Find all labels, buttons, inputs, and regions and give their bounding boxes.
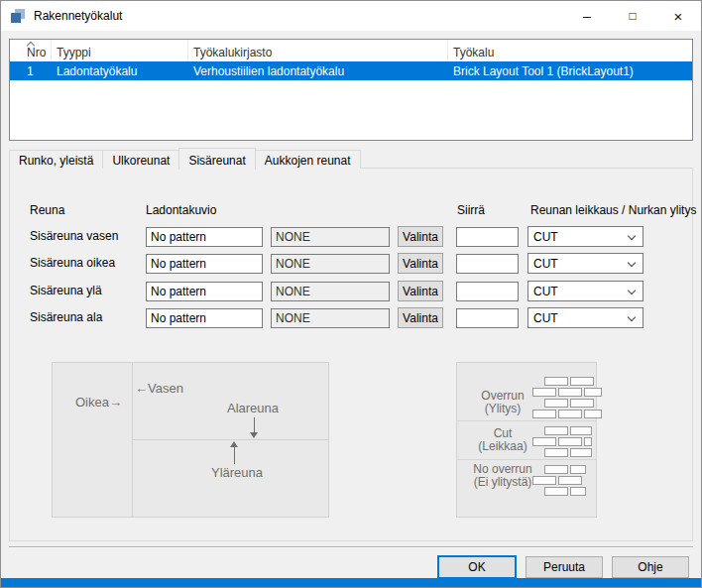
brick bbox=[570, 426, 592, 435]
up-arrow-icon bbox=[234, 447, 235, 464]
chevron-down-icon bbox=[628, 313, 636, 321]
app-icon bbox=[10, 8, 26, 24]
edge-row-label: Sisäreuna vasen bbox=[30, 226, 118, 247]
edge-label-ylareuna: Yläreuna bbox=[211, 465, 263, 480]
form-row-oikea: Sisäreuna oikea Valinta CUT bbox=[10, 253, 692, 275]
select-pattern-button[interactable]: Valinta bbox=[398, 253, 443, 274]
brick bbox=[544, 487, 568, 496]
edge-row-label: Sisäreuna ala bbox=[30, 307, 102, 328]
offset-input[interactable] bbox=[456, 254, 519, 274]
footer-separator bbox=[9, 546, 693, 548]
form-col-header-leikkaus: Reunan leikkaus / Nurkan ylitys bbox=[530, 203, 696, 217]
cut-dropdown[interactable]: CUT bbox=[527, 226, 644, 247]
tab-runko-yleista[interactable]: Runko, yleistä bbox=[9, 150, 103, 169]
brick bbox=[558, 388, 582, 397]
nooverrun-label-1: No overrun bbox=[457, 462, 548, 476]
brick bbox=[584, 388, 602, 397]
brick bbox=[570, 465, 586, 474]
cut-dropdown[interactable]: CUT bbox=[527, 281, 644, 301]
brick bbox=[558, 476, 582, 485]
brick bbox=[544, 465, 568, 474]
form-col-header-siirra: Siirrä bbox=[457, 203, 485, 217]
cut-dropdown-value: CUT bbox=[533, 257, 558, 271]
column-header-tyyppi[interactable]: Tyyppi bbox=[52, 40, 188, 61]
brick bbox=[532, 410, 556, 418]
cut-dropdown[interactable]: CUT bbox=[527, 253, 644, 274]
accent-strip bbox=[1, 578, 701, 587]
brick bbox=[558, 437, 582, 446]
cell-tyokalu: Brick Layout Tool 1 (BrickLayout1) bbox=[448, 64, 692, 78]
brick bbox=[544, 377, 568, 386]
offset-input[interactable] bbox=[456, 308, 519, 328]
down-arrow-icon bbox=[254, 417, 255, 433]
offset-input[interactable] bbox=[456, 227, 519, 247]
title-bar: Rakennetyökalut – □ × bbox=[1, 1, 701, 31]
brick bbox=[570, 448, 592, 457]
library-input[interactable] bbox=[271, 308, 390, 328]
edge-diagram: Oikea→ ←Vasen Alareuna Yläreuna bbox=[52, 362, 329, 518]
pattern-input[interactable] bbox=[146, 227, 263, 247]
tool-row[interactable]: 1 Ladontatyökalu Verhoustiilien ladontat… bbox=[10, 61, 692, 80]
cut-dropdown[interactable]: CUT bbox=[527, 307, 644, 328]
pattern-input[interactable] bbox=[146, 282, 263, 301]
library-input[interactable] bbox=[271, 254, 390, 274]
edge-label-alareuna: Alareuna bbox=[227, 401, 279, 415]
edge-label-vasen: ←Vasen bbox=[135, 381, 183, 396]
tab-sisareunat[interactable]: Sisäreunat bbox=[178, 148, 255, 170]
cut-dropdown-value: CUT bbox=[533, 285, 558, 298]
cut-dropdown-value: CUT bbox=[533, 311, 558, 325]
chevron-down-icon bbox=[628, 259, 636, 267]
brick bbox=[532, 476, 556, 485]
brick bbox=[532, 388, 556, 397]
overrun-diagram: Overrun (Ylitys) Cut (Leikkaa) No overru… bbox=[456, 362, 597, 518]
brick bbox=[532, 437, 556, 446]
tab-ulkoreunat[interactable]: Ulkoreunat bbox=[102, 150, 179, 169]
brick bbox=[570, 487, 586, 496]
brick bbox=[558, 410, 582, 418]
select-pattern-button[interactable]: Valinta bbox=[398, 307, 443, 328]
form-row-yla: Sisäreuna ylä Valinta CUT bbox=[10, 281, 692, 302]
column-header-tyokalukirjasto[interactable]: Työkalukirjasto bbox=[188, 40, 448, 61]
column-header-tyokalu[interactable]: Työkalu bbox=[448, 40, 692, 61]
form-col-header-ladontakuvio: Ladontakuvio bbox=[146, 203, 216, 217]
maximize-button[interactable]: □ bbox=[610, 1, 655, 31]
chevron-down-icon bbox=[628, 232, 636, 240]
tool-list-header: Nro Tyyppi Työkalukirjasto Työkalu bbox=[10, 40, 692, 61]
edge-row-label: Sisäreuna ylä bbox=[30, 281, 102, 301]
offset-input[interactable] bbox=[456, 282, 519, 301]
brick bbox=[570, 377, 594, 386]
close-button[interactable]: × bbox=[655, 1, 701, 31]
ok-button[interactable]: OK bbox=[437, 555, 517, 579]
help-button[interactable]: Ohje bbox=[612, 556, 689, 578]
cell-nro: 1 bbox=[10, 64, 52, 78]
cancel-button[interactable]: Peruuta bbox=[526, 556, 603, 578]
tab-panel-sisareunat: Reuna Ladontakuvio Siirrä Reunan leikkau… bbox=[9, 168, 693, 541]
tab-strip: Runko, yleistä Ulkoreunat Sisäreunat Auk… bbox=[9, 148, 361, 169]
window-title: Rakennetyökalut bbox=[34, 9, 122, 23]
tool-list: Nro Tyyppi Työkalukirjasto Työkalu 1 Lad… bbox=[9, 39, 693, 141]
library-input[interactable] bbox=[271, 282, 390, 301]
brick bbox=[544, 399, 568, 408]
cut-dropdown-value: CUT bbox=[533, 230, 558, 244]
brick bbox=[584, 437, 592, 446]
tab-aukkojen-reunat[interactable]: Aukkojen reunat bbox=[255, 150, 361, 169]
form-row-vasen: Sisäreuna vasen Valinta CUT bbox=[10, 226, 692, 248]
brick bbox=[570, 399, 594, 408]
brick bbox=[544, 426, 568, 435]
column-header-nro[interactable]: Nro bbox=[10, 40, 52, 61]
edge-row-label: Sisäreuna oikea bbox=[30, 253, 115, 274]
cell-tyokalukirjasto: Verhoustiilien ladontatyökalu bbox=[188, 64, 448, 78]
brick bbox=[544, 448, 568, 457]
minimize-button[interactable]: – bbox=[564, 1, 610, 31]
edge-label-oikea: Oikea→ bbox=[75, 395, 122, 410]
brick bbox=[584, 410, 602, 418]
select-pattern-button[interactable]: Valinta bbox=[398, 281, 443, 301]
pattern-input[interactable] bbox=[146, 308, 263, 328]
pattern-input[interactable] bbox=[146, 254, 263, 274]
select-pattern-button[interactable]: Valinta bbox=[398, 226, 443, 247]
form-col-header-reuna: Reuna bbox=[30, 203, 64, 217]
cell-tyyppi: Ladontatyökalu bbox=[52, 64, 188, 78]
dialog-window: Rakennetyökalut – □ × Nro Tyyppi Työkalu… bbox=[0, 0, 702, 588]
form-row-ala: Sisäreuna ala Valinta CUT bbox=[10, 307, 692, 329]
library-input[interactable] bbox=[271, 227, 390, 247]
